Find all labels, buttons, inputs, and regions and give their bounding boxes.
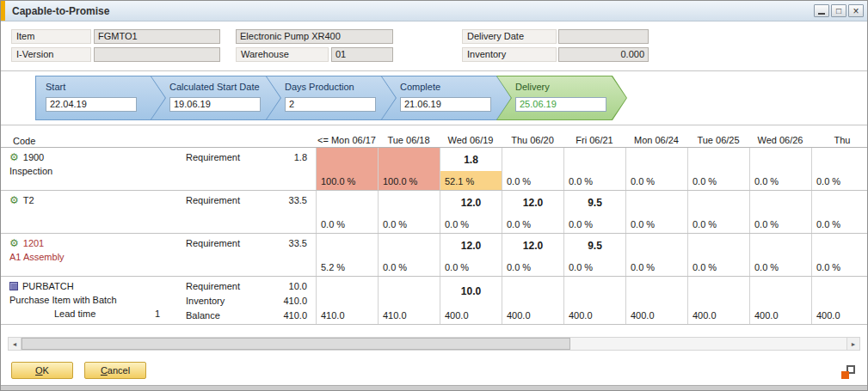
restore-icon[interactable] [831, 4, 846, 17]
table-row[interactable]: PURBATCHPurchase Item with BatchLead tim… [1, 277, 867, 325]
cell-load-value: 0.0 % [564, 171, 625, 190]
row-code: PURBATCH [22, 281, 74, 291]
cell-quantity [812, 277, 867, 305]
date-column-headers: <= Mon 06/17 Tue 06/18 Wed 06/19 Thu 06/… [316, 135, 867, 145]
cell-quantity [379, 148, 440, 171]
cell-load-value: 0.0 % [626, 171, 687, 190]
minimize-icon[interactable] [814, 4, 829, 17]
header-form: Item FGMTO1 Electronic Pump XR400 Delive… [1, 21, 867, 70]
cell-load-value: 0.0 % [379, 257, 440, 276]
cell-quantity [688, 277, 749, 305]
row-code: 1900 [23, 152, 44, 162]
resource-gear-icon [9, 238, 19, 248]
row-line-label: Inventory [186, 294, 272, 309]
cell-quantity [317, 277, 378, 305]
row-date-cells: 0.0 %0.0 %12.00.0 %12.00.0 %9.50.0 %0.0 … [316, 191, 867, 233]
ok-button[interactable]: OK [11, 362, 73, 379]
cell-quantity [750, 277, 811, 305]
cell-load-value: 400.0 [626, 305, 687, 324]
code-column-header: Code [1, 133, 316, 146]
flow-step-days-production: Days Production 2 [266, 76, 397, 120]
scroll-left-icon[interactable] [9, 338, 22, 350]
item-cube-icon [9, 282, 18, 290]
row-line-value: 1.8 [272, 150, 307, 165]
item-description-field[interactable]: Electronic Pump XR400 [236, 29, 393, 44]
iversion-field[interactable] [94, 47, 220, 62]
grid-cell: 400.0 [563, 277, 625, 324]
row-description: Inspection [9, 164, 186, 178]
cancel-button[interactable]: Cancel [84, 362, 146, 379]
start-date-field[interactable]: 22.04.19 [46, 97, 137, 112]
cell-load-value: 410.0 [317, 305, 378, 324]
date-column-header: Thu [811, 135, 867, 145]
delivery-date-field[interactable] [558, 29, 649, 44]
scrollbar-thumb[interactable] [22, 338, 570, 350]
cell-load-value: 0.0 % [688, 214, 749, 233]
table-row[interactable]: 1900InspectionRequirement1.8100.0 %100.0… [1, 148, 867, 191]
form-settings-icon[interactable] [841, 365, 855, 379]
window-bottom-frame [1, 385, 867, 390]
cell-load-value: 5.2 % [317, 257, 378, 276]
grid-cell: 0.0 % [625, 191, 687, 233]
cell-load-value: 0.0 % [502, 214, 563, 233]
grid-cell: 100.0 % [378, 148, 440, 190]
cell-load-value: 0.0 % [502, 257, 563, 276]
warehouse-field[interactable]: 01 [331, 47, 393, 62]
cell-load-value: 400.0 [688, 305, 749, 324]
complete-date-field[interactable]: 21.06.19 [400, 97, 491, 112]
row-line-label: Requirement [186, 193, 272, 208]
row-description [9, 207, 186, 221]
row-line-value: 33.5 [272, 236, 307, 251]
row-date-cells: 410.0410.010.0400.0400.0400.0400.0400.04… [316, 277, 867, 324]
table-row[interactable]: 1201A1 AssemblyRequirement33.55.2 %0.0 %… [1, 234, 867, 277]
grid-cell: 0.0 % [502, 148, 563, 190]
scrollbar-track[interactable] [570, 338, 846, 350]
grid-cell: 12.00.0 % [440, 191, 502, 233]
cell-quantity: 12.0 [440, 234, 502, 257]
date-column-header: Wed 06/26 [749, 135, 811, 145]
cell-quantity [812, 191, 867, 214]
cell-quantity [564, 277, 625, 305]
cell-quantity [379, 191, 440, 214]
inventory-field[interactable]: 0.000 [558, 47, 649, 62]
grid-cell: 0.0 % [749, 148, 811, 190]
cell-load-value: 0.0 % [440, 214, 502, 233]
grid-header: Code <= Mon 06/17 Tue 06/18 Wed 06/19 Th… [1, 132, 867, 148]
cell-quantity [379, 234, 440, 257]
calculated-start-date-field[interactable]: 19.06.19 [169, 97, 261, 112]
grid-cell: 0.0 % [563, 148, 625, 190]
warehouse-label: Warehouse [236, 47, 329, 62]
title-accent-bar [1, 1, 5, 21]
cell-load-value: 0.0 % [502, 171, 563, 190]
window-title: Capable-to-Promise [12, 5, 109, 17]
cell-load-value: 0.0 % [564, 214, 625, 233]
grid-cell: 410.0 [316, 277, 378, 324]
close-icon[interactable] [848, 4, 864, 17]
grid-cell: 0.0 % [687, 148, 749, 190]
cell-quantity: 12.0 [440, 191, 502, 214]
cell-load-value: 0.0 % [626, 257, 687, 276]
table-row[interactable]: T2Requirement33.50.0 %0.0 %12.00.0 %12.0… [1, 191, 867, 234]
date-column-header: Thu 06/20 [502, 135, 563, 145]
grid-cell: 400.0 [625, 277, 687, 324]
cell-quantity [688, 191, 749, 214]
cell-quantity [750, 191, 811, 214]
flow-step-label: Calculated Start Date [169, 82, 260, 92]
date-column-header: Wed 06/19 [440, 135, 502, 145]
flow-step-label: Complete [400, 82, 440, 92]
cell-load-value: 0.0 % [750, 257, 811, 276]
grid-cell: 0.0 % [749, 191, 811, 233]
delivery-date-result-field[interactable]: 25.06.19 [515, 97, 606, 112]
row-line-label: Requirement [186, 279, 272, 294]
row-line-label: Requirement [186, 150, 272, 165]
cell-quantity [812, 148, 867, 171]
date-column-header: Fri 06/21 [563, 135, 625, 145]
grid-cell: 0.0 % [811, 191, 867, 233]
cell-quantity: 12.0 [502, 234, 563, 257]
scroll-right-icon[interactable] [846, 338, 859, 350]
grid-cell: 0.0 % [378, 191, 440, 233]
item-field[interactable]: FGMTO1 [94, 29, 220, 44]
days-production-field[interactable]: 2 [285, 97, 376, 112]
cell-quantity [317, 191, 378, 214]
horizontal-scrollbar[interactable] [8, 337, 860, 351]
